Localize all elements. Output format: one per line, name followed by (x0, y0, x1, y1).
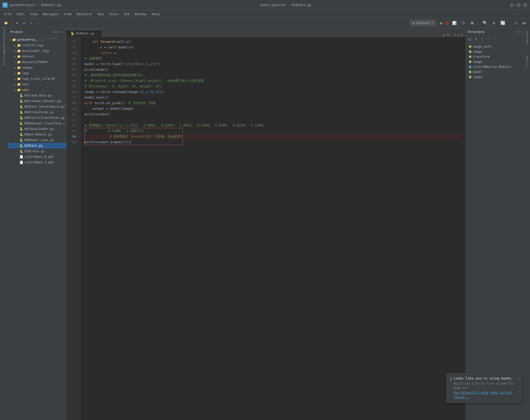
tree-arrow-dataloaderlogs: ▶ (13, 50, 17, 52)
search-button[interactable]: 🔍 (481, 20, 490, 26)
file-icon-006: 🐍 (19, 122, 23, 125)
editor-tab-010test[interactable]: 🐍 010test.py ✕ (66, 30, 102, 37)
minimize-button[interactable]: ─ (510, 3, 514, 7)
tree-item-cifar10net0[interactable]: ▶ 📄 cifar10net_0.pth (8, 154, 66, 160)
toolbar-btn-4[interactable]: — (35, 21, 41, 26)
tree-item-007[interactable]: ▶ 🐍 007dataloader.py (8, 126, 66, 132)
right-tab-sciview[interactable]: SciView (524, 52, 530, 70)
struct-item-cifar10net[interactable]: cifar10Net(nn.Module) (466, 64, 524, 69)
menu-help[interactable]: Help (149, 11, 162, 17)
close-button[interactable]: ✕ (523, 3, 527, 7)
menu-tools[interactable]: Tools (106, 11, 121, 17)
tree-item-002[interactable]: ▶ 🐍 002rename_dataset.py (8, 98, 66, 104)
tab-close-010test[interactable]: ✕ (96, 32, 98, 35)
menu-vcs[interactable]: VCS (121, 11, 132, 17)
tree-item-venv[interactable]: ▶ 📁 venv (8, 87, 66, 93)
right-tab-database[interactable]: Database (524, 28, 530, 47)
run-config-label: 010test (416, 21, 430, 25)
struct-btn4[interactable]: ↕ (486, 37, 491, 42)
line-num-41: 41 (66, 61, 78, 67)
toolbar-btn-3[interactable]: ↕ (28, 21, 34, 26)
sidebar-icon-project[interactable]: Project (1, 29, 8, 36)
notification-link-scientific[interactable]: Use scientific mode (454, 391, 488, 394)
project-tool-expand[interactable]: ↕ (59, 30, 61, 34)
menu-navigate[interactable]: Navigate (40, 11, 61, 17)
folder-icon-venv: 📁 (17, 88, 21, 92)
debug-button[interactable]: 🐞 (444, 21, 449, 25)
code-line-54: # 第0类最大 tensor([0]) 不准确。dog是类5 (84, 134, 462, 139)
menu-refactor[interactable]: Refactor (74, 11, 95, 17)
menu-edit[interactable]: Edit (14, 11, 27, 17)
tree-item-datasetcifar10[interactable]: ▶ 📁 datasetCIFAR10 (8, 59, 66, 65)
code-line-47: model.eval() (84, 95, 462, 100)
notification-chevron[interactable]: › (517, 376, 519, 380)
tree-label-test: test (22, 83, 29, 86)
structure-toolbar: AZ f ⊤ ↕ (466, 36, 524, 43)
tree-item-cifar10net1[interactable]: ▶ 📄 cifar10net_1.pth (8, 160, 66, 165)
struct-sort-alpha[interactable]: AZ (467, 37, 472, 42)
tree-item-004[interactable]: ▶ 🐍 004transforms.py (8, 109, 66, 115)
tree-item-cifar10logs[interactable]: ▶ 📁 cifar10_logs (8, 43, 66, 48)
struct-item-image2[interactable]: image (466, 59, 524, 64)
code-line-51 (84, 117, 462, 123)
menu-run[interactable]: Run (95, 11, 106, 17)
tree-item-008[interactable]: ▶ 🐍 008nn.Module.py (8, 132, 66, 137)
menu-window[interactable]: Window (132, 11, 149, 17)
struct-tool-hide[interactable]: — (520, 30, 522, 34)
struct-item-imagepath[interactable]: image_path (466, 44, 524, 49)
tree-item-003[interactable]: ▶ 🐍 003test_tensorboard.py (8, 104, 66, 109)
tree-item-006[interactable]: ▶ 🐍 006dataset_transform.py (8, 121, 66, 126)
struct-filter[interactable]: f (473, 37, 479, 42)
notification-title: Looks like you're using NumPy (454, 376, 515, 380)
tree-item-images[interactable]: ▶ 📁 images (8, 65, 66, 70)
coverage-button[interactable]: 📊 (450, 20, 458, 26)
menu-file[interactable]: File (1, 11, 14, 17)
menu-code[interactable]: Code (61, 11, 74, 17)
struct-item-image1[interactable]: image (466, 49, 524, 54)
tree-item-010train[interactable]: ▶ 🐍 010train.py (8, 148, 66, 154)
tree-item-logstraincifar10[interactable]: ▶ 📁 logs_train_cifar10 (8, 76, 66, 82)
sidebar-icon-structure[interactable]: Structure (1, 54, 8, 62)
toolbar-btn-1[interactable]: ⚙ (14, 21, 20, 26)
toolbar-arrows[interactable]: ▲▼ (520, 21, 528, 26)
tree-item-001[interactable]: ▶ 🐍 001read_data.py (8, 93, 66, 98)
code-content[interactable]: def forward(self,x): x = self.model(x) r… (80, 37, 466, 420)
struct-item-model[interactable]: model (466, 69, 524, 74)
git-button[interactable]: ⎇ (512, 21, 519, 26)
tree-item-dataset[interactable]: ▶ 📁 dataset (8, 54, 66, 59)
tree-arrow-logstraincifar10: ▶ (13, 78, 17, 80)
struct-label-image3: image (473, 75, 482, 79)
kw-with: with (84, 100, 92, 106)
project-tool-settings[interactable]: ⚙ (53, 30, 55, 34)
project-tool-hide[interactable]: — (62, 30, 64, 34)
code-line-41: model = torch.load("cifar10net_9.pth") (84, 61, 462, 67)
line-num-47: 47 (66, 95, 78, 100)
class-dot-cifar10net (469, 66, 471, 68)
tree-item-dataloaderlogs[interactable]: ▶ 📁 dataloader_logs (8, 48, 66, 54)
tree-item-root[interactable]: ▼ 📁 pythonProject sources root, D:\P... (8, 37, 66, 43)
project-tool-sort[interactable]: ≡ (56, 30, 58, 34)
comment-48: # 节约内存、性能 (128, 100, 155, 106)
struct-tool-settings[interactable]: ≡ (517, 30, 519, 34)
tree-item-009[interactable]: ▶ 🐍 009model_save.py (8, 137, 66, 143)
stop-button[interactable]: ⏹ (468, 20, 476, 26)
menu-view[interactable]: View (27, 11, 40, 17)
tree-item-005[interactable]: ▶ 🐍 005UsefulTransforms.py (8, 115, 66, 121)
line-num-51: 51 (66, 117, 78, 123)
run-button[interactable]: ▶ (440, 20, 443, 26)
var-dot-imagepath (469, 45, 471, 48)
struct-item-transform[interactable]: transform (466, 54, 524, 59)
profile-button[interactable]: ⏱ (460, 20, 467, 26)
tree-item-test[interactable]: ▶ 📁 test (8, 82, 66, 87)
struct-item-image3[interactable]: image (466, 74, 524, 80)
toolbar-project-btn[interactable]: 📁 (2, 21, 10, 26)
toolbar-btn-2[interactable]: ≡ (21, 21, 27, 26)
settings-button[interactable]: ⚙ (491, 20, 497, 26)
sidebar-icon-bookmarks[interactable]: Bookmarks (1, 42, 8, 49)
tree-item-010test[interactable]: ▶ 🐍 010test.py (8, 143, 66, 148)
maximize-button[interactable]: □ (516, 3, 521, 7)
tree-item-logs[interactable]: ▶ 📁 logs (8, 70, 66, 76)
struct-btn3[interactable]: ⊤ (480, 37, 485, 42)
run-config-selector[interactable]: ▶ 010test ▼ (410, 20, 436, 26)
update-button[interactable]: 🔄 (498, 20, 507, 26)
